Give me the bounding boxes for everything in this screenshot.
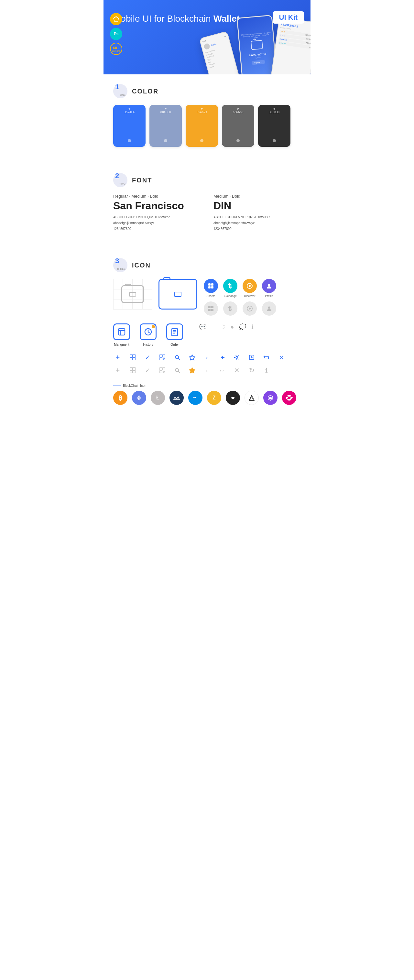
upload-icon [247, 353, 256, 362]
screens-count: 60+ [113, 46, 119, 50]
color-section-title: COLOR [132, 88, 158, 95]
matic-icon [263, 391, 277, 405]
circle-icon: ● [231, 324, 234, 331]
svg-marker-58 [139, 398, 141, 401]
arrow-icon-gray: ↔ [217, 366, 226, 375]
font-din-lower: abcdefghijklmnopqrstuvwxyz [213, 220, 301, 226]
info-icon: ℹ [251, 323, 253, 331]
svg-rect-3 [211, 283, 213, 286]
ui-kit-badge: UI Kit [273, 11, 304, 24]
assets-icon [204, 279, 218, 293]
font-sf-upper: ABCDEFGHIJKLMNOPQRSTUVWXYZ [113, 215, 201, 220]
main-content: 1 ONE COLOR # 3574FA # 8DA0C8 # F5A623 [104, 75, 310, 424]
svg-point-69 [286, 396, 288, 399]
svg-point-18 [249, 308, 251, 310]
font-sf-name: San Francisco [113, 200, 201, 212]
svg-rect-31 [133, 358, 135, 360]
management-icon [113, 323, 130, 340]
svg-rect-35 [164, 359, 165, 360]
app-icons-row: Mangment History Order 💬 [113, 323, 301, 347]
icon-section-number: 3 THREE [113, 258, 127, 272]
svg-marker-38 [189, 355, 195, 360]
chat-icon: 💬 [199, 323, 206, 331]
svg-rect-5 [211, 286, 213, 288]
discover-icon-gray [243, 301, 257, 316]
speech-icon: 💭 [239, 323, 246, 331]
hero-badges: Ps 60+ Screens [110, 13, 122, 55]
settings-icon [232, 353, 241, 362]
history-icon-label: History [143, 343, 153, 347]
svg-rect-52 [164, 372, 165, 373]
font-din: Medium · Bold DIN ABCDEFGHIJKLMNOPQRSTUV… [213, 194, 301, 232]
svg-rect-51 [160, 371, 162, 373]
order-icon [166, 323, 183, 340]
qr-icon-gray [158, 366, 167, 375]
assets-icon-item: Assets [204, 279, 218, 298]
phone-center-screen: Character may be manifested in the great… [238, 16, 277, 75]
svg-point-36 [175, 355, 178, 359]
svg-rect-13 [208, 309, 210, 311]
color-swatch-1: # 3574FA [113, 105, 145, 147]
star-icon [188, 353, 197, 362]
grid-icon [128, 353, 137, 362]
phone-right: myWallet+ $ 6,297,502.12 Available · Pen… [270, 17, 310, 75]
icon-section: 3 THREE ICON [113, 248, 301, 424]
nav-icons-row-1: Assets Exchange Discover [204, 279, 276, 298]
svg-rect-11 [208, 306, 210, 308]
history-icon [140, 323, 156, 340]
svg-rect-14 [211, 309, 213, 311]
ethereum-icon [132, 391, 146, 405]
svg-marker-59 [137, 398, 139, 401]
svg-rect-28 [130, 355, 132, 357]
exchange-icon-label: Exchange [224, 294, 237, 298]
profile-icon-item: Profile [262, 279, 276, 298]
layers-icon: ≡ [212, 324, 215, 331]
dash-icon [188, 391, 202, 405]
profile-icon [262, 279, 276, 293]
blockchain-label: BlockChain Icon [113, 384, 301, 387]
exchange-icon-item: Exchange [223, 279, 237, 298]
check-icon: ✓ [143, 353, 152, 362]
svg-rect-47 [130, 371, 132, 373]
hero-section: Mobile UI for Blockchain Wallet UI Kit P… [104, 0, 310, 75]
svg-rect-32 [160, 355, 162, 357]
svg-point-19 [268, 307, 271, 309]
svg-point-68 [287, 399, 291, 401]
svg-rect-12 [211, 306, 213, 308]
font-din-numbers: 1234567890 [213, 226, 301, 232]
svg-rect-20 [118, 329, 125, 335]
svg-line-37 [178, 358, 180, 360]
assets-icon-gray [204, 301, 218, 316]
wallet-filled-icon [158, 279, 197, 310]
color-swatch-4: # 666666 [222, 105, 254, 147]
ark-icon [245, 391, 259, 405]
close-icon: × [277, 353, 286, 362]
svg-point-70 [290, 396, 293, 399]
zcash-icon: Z [207, 391, 221, 405]
svg-rect-45 [130, 368, 132, 370]
discover-icon [243, 279, 257, 293]
font-sf: Regular · Medium · Bold San Francisco AB… [113, 194, 201, 232]
discover-icon-label: Discover [244, 294, 255, 298]
svg-rect-46 [133, 368, 135, 370]
color-swatches: # 3574FA # 8DA0C8 # F5A623 # 666666 # [113, 105, 301, 147]
assets-icon-label: Assets [206, 294, 215, 298]
svg-rect-33 [163, 355, 165, 357]
font-section-header: 2 TWO FONT [113, 173, 301, 187]
refresh-icon-gray: ↻ [247, 366, 256, 375]
font-sf-numbers: 1234567890 [113, 226, 201, 232]
font-section-title: FONT [132, 177, 152, 184]
color-section-number: 1 ONE [113, 84, 127, 98]
dot-icon [282, 391, 296, 405]
transfer-icon [262, 353, 271, 362]
color-swatch-2: # 8DA0C8 [150, 105, 182, 147]
waves-icon [169, 391, 184, 405]
screens-label: Screens [111, 50, 120, 52]
plus-icon-gray: + [113, 366, 122, 375]
icon-section-header: 3 THREE ICON [113, 258, 301, 272]
discover-icon-item: Discover [243, 279, 257, 298]
svg-rect-49 [160, 368, 162, 370]
bitcoin-icon: ₿ [113, 391, 127, 405]
phones-container: 9:41⚙ Profile Management Message Red Car… [210, 16, 310, 75]
font-section: 2 TWO FONT Regular · Medium · Bold San F… [113, 163, 301, 242]
